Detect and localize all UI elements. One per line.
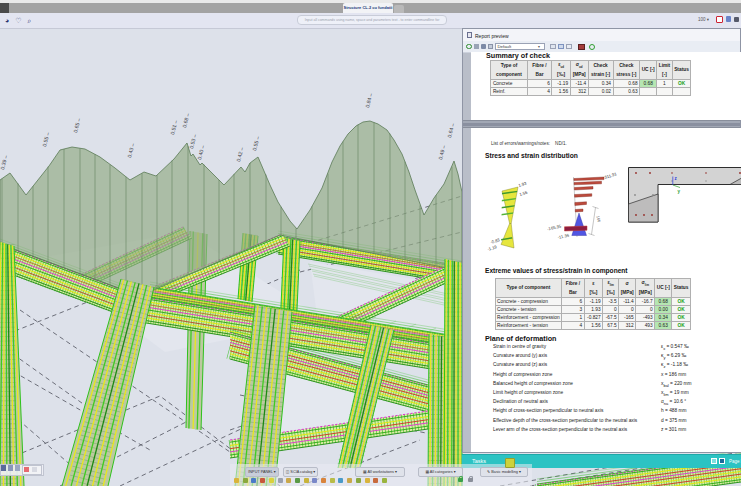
svg-text:311.91: 311.91 — [604, 171, 618, 180]
svg-text:1.56: 1.56 — [519, 189, 529, 196]
svg-text:-165.35: -165.35 — [547, 223, 563, 231]
svg-text:1.93: 1.93 — [518, 180, 528, 187]
svg-text:-1.19: -1.19 — [487, 244, 498, 252]
svg-text:y: y — [678, 189, 681, 194]
svg-text:166: 166 — [596, 215, 602, 223]
svg-text:-11.36: -11.36 — [557, 233, 570, 240]
